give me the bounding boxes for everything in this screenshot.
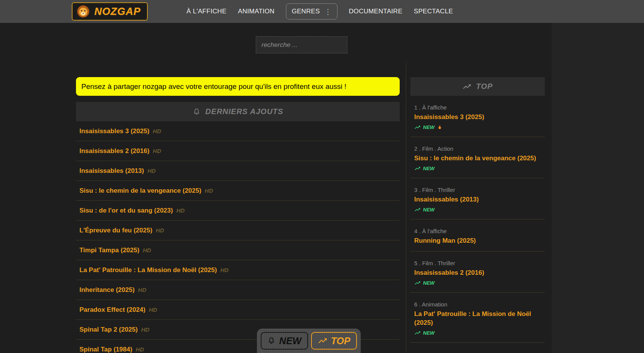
bell-icon <box>192 108 201 116</box>
quality-badge: HD <box>205 187 213 194</box>
nav-item-affiche[interactable]: À L'AFFICHE <box>187 8 227 15</box>
quality-badge: HD <box>141 326 150 333</box>
nav-genres-label: GENRES <box>292 8 320 15</box>
movie-title-link[interactable]: Insaisissables 2 (2016) <box>79 147 149 155</box>
trending-up-icon <box>414 165 421 172</box>
movie-title-link[interactable]: Insaisissables 2 (2016) <box>414 269 545 277</box>
trending-up-icon <box>414 280 421 286</box>
new-badge: NEW <box>414 124 545 131</box>
top-navbar: NOZGAP À L'AFFICHE ANIMATION GENRES ⋮ DO… <box>0 0 644 23</box>
latest-list-item[interactable]: Inheritance (2025) HD <box>76 280 400 300</box>
new-badge: NEW <box>414 280 545 286</box>
top-button-label: TOP <box>331 335 350 347</box>
top-sidebar: TOP 1 . À l'affiche Insaisissables 3 (20… <box>406 63 549 353</box>
latest-list-item[interactable]: Timpi Tampa (2025) HD <box>76 240 400 260</box>
movie-title-link[interactable]: Spinal Tap (1984) <box>79 346 132 353</box>
latest-additions-title: DERNIERS AJOUTS <box>205 107 283 116</box>
top-entry: 2 . Film . Action Sisu : le chemin de la… <box>410 137 545 178</box>
top-entry-rank: 1 . À l'affiche <box>414 104 545 111</box>
search-input[interactable] <box>256 36 347 53</box>
latest-list-item[interactable]: Sisu : le chemin de la vengeance (2025) … <box>76 181 400 201</box>
top-entry-rank: 3 . Film . Thriller <box>414 187 545 193</box>
trending-up-icon <box>414 206 421 213</box>
main-nav: À L'AFFICHE ANIMATION GENRES ⋮ DOCUMENTA… <box>187 3 453 19</box>
latest-list-item[interactable]: Paradox Effect (2024) HD <box>76 300 400 320</box>
quality-badge: HD <box>149 306 157 313</box>
new-badge-label: NEW <box>423 330 434 336</box>
quality-badge: HD <box>153 128 161 134</box>
top-entry-rank: 4 . À l'affiche <box>414 228 545 234</box>
new-badge: NEW <box>414 165 545 172</box>
latest-list-item[interactable]: Sisu : de l'or et du sang (2023) HD <box>76 201 400 221</box>
movie-title-link[interactable]: Spinal Tap 2 (2025) <box>79 326 138 334</box>
trending-up-icon <box>318 336 328 346</box>
movie-title-link[interactable]: Paradox Effect (2024) <box>79 306 145 314</box>
movie-title-link[interactable]: Timpi Tampa (2025) <box>79 247 139 254</box>
site-logo-text: NOZGAP <box>94 6 141 18</box>
nav-item-documentaire[interactable]: DOCUMENTAIRE <box>349 8 402 15</box>
top-button[interactable]: TOP <box>311 332 357 350</box>
site-logo[interactable]: NOZGAP <box>72 2 148 21</box>
lion-icon <box>76 4 90 19</box>
fire-icon <box>437 124 443 131</box>
new-button[interactable]: NEW <box>261 332 308 350</box>
bell-icon <box>267 337 276 345</box>
new-badge-label: NEW <box>423 207 434 213</box>
top-entry: 6 . Animation La Pat' Patrouille : La Mi… <box>410 293 545 342</box>
latest-list: Insaisissables 3 (2025) HD Insaisissable… <box>76 121 400 353</box>
top-entry-rank: 5 . Film . Thriller <box>414 260 545 266</box>
new-badge-label: NEW <box>423 124 434 130</box>
nav-item-spectacle[interactable]: SPECTACLE <box>414 8 453 15</box>
top-sidebar-header: TOP <box>410 77 545 96</box>
movie-title-link[interactable]: Insaisissables 3 (2025) <box>414 113 545 121</box>
nav-item-animation[interactable]: ANIMATION <box>238 8 274 15</box>
quality-badge: HD <box>143 247 151 253</box>
movie-title-link[interactable]: Sisu : de l'or et du sang (2023) <box>79 207 173 214</box>
movie-title-link[interactable]: Running Man (2025) <box>414 237 545 245</box>
trending-up-icon <box>414 124 421 131</box>
top-entry: 1 . À l'affiche Insaisissables 3 (2025) … <box>410 96 545 137</box>
movie-title-link[interactable]: L'Épreuve du feu (2025) <box>79 227 152 234</box>
top-entry: 4 . À l'affiche Running Man (2025) <box>410 219 545 251</box>
quality-badge: HD <box>220 267 229 273</box>
top-sidebar-title: TOP <box>476 82 493 91</box>
latest-list-item[interactable]: L'Épreuve du feu (2025) HD <box>76 221 400 240</box>
quality-badge: HD <box>136 346 144 353</box>
latest-list-item[interactable]: La Pat' Patrouille : La Mission de Noël … <box>76 260 400 280</box>
latest-list-item[interactable]: Insaisissables 3 (2025) HD <box>76 121 400 141</box>
quality-badge: HD <box>138 287 147 293</box>
new-badge: NEW <box>414 206 545 213</box>
movie-title-link[interactable]: Insaisissables 3 (2025) <box>79 127 149 135</box>
new-badge: NEW <box>414 330 545 336</box>
top-entry-rank: 2 . Film . Action <box>414 145 545 152</box>
latest-list-item[interactable]: Insaisissables 2 (2016) HD <box>76 141 400 161</box>
quality-badge: HD <box>147 168 156 174</box>
nav-item-genres[interactable]: GENRES ⋮ <box>286 3 337 19</box>
new-badge-label: NEW <box>423 280 434 286</box>
movie-title-link[interactable]: La Pat' Patrouille : La Mission de Noël … <box>414 310 545 327</box>
new-badge-label: NEW <box>423 166 434 171</box>
quality-badge: HD <box>153 148 161 154</box>
trending-up-icon <box>414 330 421 336</box>
top-entry: 3 . Film . Thriller Insaisissables (2013… <box>410 178 545 219</box>
quality-badge: HD <box>156 227 164 234</box>
movie-title-link[interactable]: La Pat' Patrouille : La Mission de Noël … <box>79 266 217 274</box>
movie-title-link[interactable]: Insaisissables (2013) <box>79 167 144 175</box>
latest-additions-header: DERNIERS AJOUTS <box>76 102 400 121</box>
top-entry-rank: 6 . Animation <box>414 301 545 308</box>
quality-badge: HD <box>176 207 185 214</box>
new-button-label: NEW <box>279 335 301 347</box>
movie-title-link[interactable]: Sisu : le chemin de la vengeance (2025) <box>79 187 201 195</box>
top-entries: 1 . À l'affiche Insaisissables 3 (2025) … <box>410 96 549 343</box>
top-entry: 5 . Film . Thriller Insaisissables 2 (20… <box>410 251 545 293</box>
latest-list-item[interactable]: Insaisissables (2013) HD <box>76 161 400 181</box>
vertical-dots-icon: ⋮ <box>324 8 332 15</box>
share-banner-text: Pensez à partager nozgap avec votre ento… <box>81 82 346 91</box>
movie-title-link[interactable]: Sisu : le chemin de la vengeance (2025) <box>414 154 545 163</box>
share-banner: Pensez à partager nozgap avec votre ento… <box>76 77 400 96</box>
movie-title-link[interactable]: Inheritance (2025) <box>79 286 135 294</box>
quick-nav-bar: NEW TOP <box>257 329 361 353</box>
trending-up-icon <box>462 82 471 91</box>
movie-title-link[interactable]: Insaisissables (2013) <box>414 195 545 204</box>
